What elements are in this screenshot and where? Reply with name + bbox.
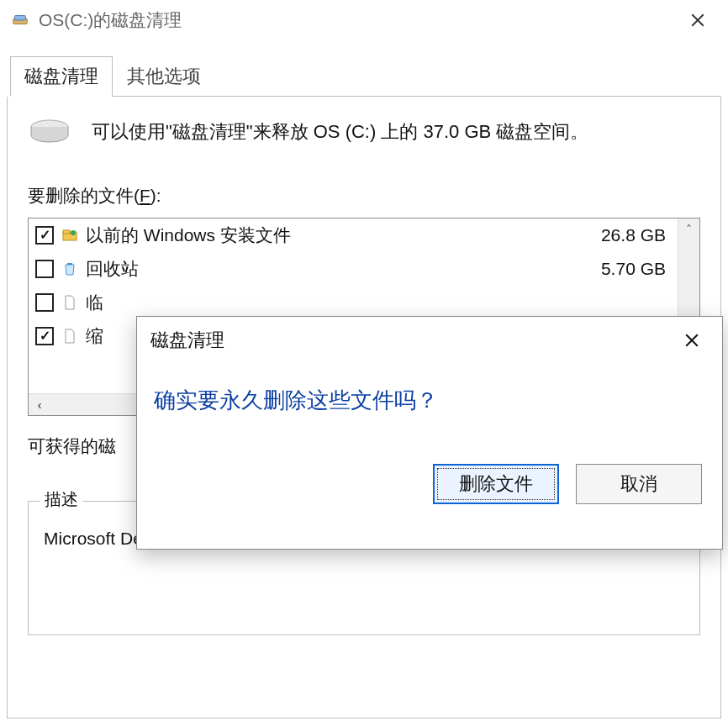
svg-rect-6 xyxy=(67,263,72,265)
windows-folder-icon xyxy=(61,226,79,245)
file-icon xyxy=(61,293,79,312)
summary-text: 可以使用"磁盘清理"来释放 OS (C:) 上的 37.0 GB 磁盘空间。 xyxy=(92,119,588,145)
checkbox[interactable] xyxy=(35,226,54,245)
window-title: OS(C:)的磁盘清理 xyxy=(39,8,182,32)
window-close-button[interactable] xyxy=(678,0,718,40)
file-size: 26.8 GB xyxy=(601,225,671,245)
disk-cleanup-window: OS(C:)的磁盘清理 磁盘清理 其他选项 可以使用"磁盘清理"来释放 OS (… xyxy=(0,0,728,721)
file-name: 回收站 xyxy=(86,257,594,281)
scroll-left-icon[interactable]: ‹ xyxy=(29,394,50,415)
tab-strip: 磁盘清理 其他选项 xyxy=(10,55,721,97)
description-legend: 描述 xyxy=(40,488,83,511)
checkbox[interactable] xyxy=(35,293,54,312)
files-to-delete-label: 要删除的文件(F): xyxy=(28,184,700,208)
svg-rect-1 xyxy=(15,16,26,21)
delete-files-button[interactable]: 删除文件 xyxy=(433,464,559,504)
disk-cleanup-icon xyxy=(10,10,30,30)
confirm-dialog: 磁盘清理 确实要永久删除这些文件吗？ 删除文件 取消 xyxy=(136,316,723,550)
summary-row: 可以使用"磁盘清理"来释放 OS (C:) 上的 37.0 GB 磁盘空间。 xyxy=(28,117,700,147)
file-name: 以前的 Windows 安装文件 xyxy=(86,224,594,247)
file-name: 临 xyxy=(86,291,659,314)
dialog-title: 磁盘清理 xyxy=(150,328,224,353)
dialog-titlebar[interactable]: 磁盘清理 xyxy=(137,317,722,364)
tab-more-options[interactable]: 其他选项 xyxy=(113,56,215,97)
file-icon xyxy=(61,327,79,345)
svg-point-5 xyxy=(71,230,76,235)
dialog-close-button[interactable] xyxy=(672,320,712,360)
cancel-button[interactable]: 取消 xyxy=(576,464,702,504)
checkbox[interactable] xyxy=(35,327,54,345)
checkbox[interactable] xyxy=(35,260,54,278)
recycle-bin-icon xyxy=(61,260,79,278)
tab-disk-cleanup[interactable]: 磁盘清理 xyxy=(10,56,113,97)
file-size: 5.70 GB xyxy=(601,259,671,279)
scroll-up-icon[interactable]: ˄ xyxy=(678,218,699,240)
dialog-button-row: 删除文件 取消 xyxy=(137,464,722,504)
list-item[interactable]: 回收站 5.70 GB xyxy=(29,252,678,286)
dialog-body: 确实要永久删除这些文件吗？ xyxy=(137,364,722,415)
list-item[interactable]: 临 xyxy=(29,286,678,319)
dialog-message: 确实要永久删除这些文件吗？ xyxy=(154,386,705,415)
disk-icon xyxy=(28,117,71,147)
svg-rect-4 xyxy=(63,230,70,234)
titlebar[interactable]: OS(C:)的磁盘清理 xyxy=(0,0,728,40)
list-item[interactable]: 以前的 Windows 安装文件 26.8 GB xyxy=(29,218,678,252)
